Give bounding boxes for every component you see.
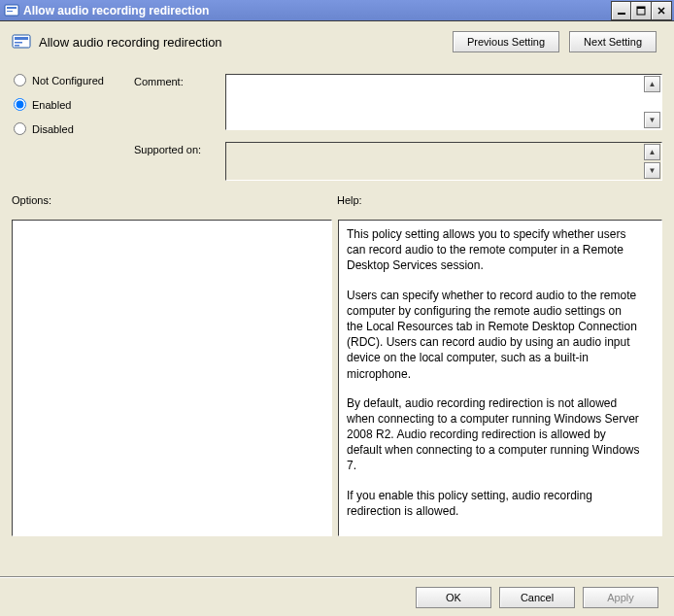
apply-button[interactable]: Apply [583, 587, 658, 608]
scroll-up-icon[interactable]: ▲ [644, 144, 660, 160]
help-paragraph: If you disable this policy setting, audi… [347, 532, 640, 535]
options-section-label: Options: [12, 194, 337, 206]
supported-on-field: ▲ ▼ [225, 142, 662, 181]
radio-not-configured-input[interactable] [14, 74, 26, 86]
radio-enabled[interactable]: Enabled [14, 98, 130, 111]
radio-enabled-input[interactable] [14, 98, 26, 111]
policy-icon [4, 3, 19, 18]
svg-rect-2 [7, 11, 13, 12]
scroll-up-icon[interactable]: ▲ [644, 76, 660, 92]
scroll-down-icon[interactable]: ▼ [644, 112, 660, 128]
minimize-button[interactable] [611, 1, 631, 20]
comment-label: Comment: [134, 74, 221, 130]
svg-rect-5 [637, 7, 645, 9]
radio-disabled-input[interactable] [14, 122, 26, 135]
maximize-button[interactable] [631, 1, 652, 20]
subheader: Allow audio recording redirection Previo… [0, 21, 674, 52]
help-paragraph: Users can specify whether to record audi… [347, 288, 640, 382]
state-radio-group: Not Configured Enabled Disabled [14, 74, 130, 181]
ok-button[interactable]: OK [416, 587, 491, 608]
svg-rect-8 [15, 42, 22, 44]
help-paragraph: If you enable this policy setting, audio… [347, 488, 640, 519]
svg-rect-1 [7, 7, 17, 9]
window-title: Allow audio recording redirection [23, 4, 209, 17]
radio-not-configured[interactable]: Not Configured [14, 74, 130, 86]
radio-disabled-label: Disabled [32, 123, 74, 135]
help-paragraph: By default, audio recording redirection … [347, 395, 640, 474]
svg-rect-9 [15, 45, 19, 47]
help-panel: This policy setting allows you to specif… [338, 220, 662, 536]
cancel-button[interactable]: Cancel [499, 587, 575, 608]
policy-icon [12, 32, 31, 51]
comment-textarea[interactable]: ▲ ▼ [225, 74, 662, 130]
svg-rect-3 [618, 13, 625, 15]
radio-disabled[interactable]: Disabled [14, 122, 130, 135]
titlebar: Allow audio recording redirection [0, 0, 674, 21]
options-panel [12, 220, 332, 536]
close-button[interactable] [652, 1, 672, 20]
svg-rect-0 [5, 5, 18, 16]
radio-enabled-label: Enabled [32, 99, 71, 111]
page-title: Allow audio recording redirection [39, 35, 222, 50]
previous-setting-button[interactable]: Previous Setting [453, 31, 559, 52]
help-paragraph: This policy setting allows you to specif… [347, 226, 640, 274]
help-section-label: Help: [337, 194, 362, 206]
radio-not-configured-label: Not Configured [32, 75, 104, 86]
scroll-down-icon[interactable]: ▼ [644, 162, 660, 179]
svg-rect-7 [15, 37, 28, 40]
dialog-button-bar: OK Cancel Apply [0, 577, 674, 616]
next-setting-button[interactable]: Next Setting [569, 31, 657, 52]
supported-on-label: Supported on: [134, 142, 221, 181]
